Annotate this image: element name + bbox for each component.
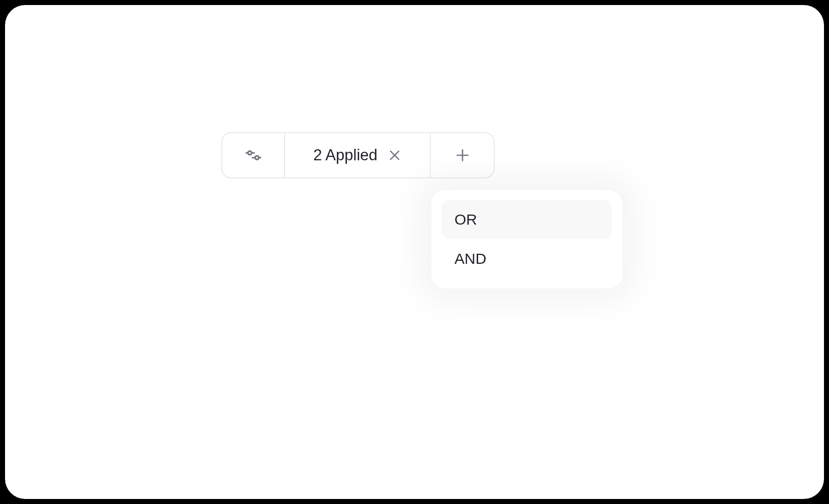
svg-point-3 [255,156,258,159]
filter-applied-chip[interactable]: 2 Applied [285,133,431,177]
dropdown-item-or[interactable]: OR [441,200,612,239]
dropdown-item-label: OR [454,211,477,228]
filter-applied-label: 2 Applied [313,146,378,164]
filter-settings-button[interactable] [222,133,285,177]
app-frame: 2 Applied OR AND [5,5,824,499]
dropdown-item-label: AND [454,250,486,267]
add-filter-button[interactable] [431,133,494,177]
logic-operator-dropdown: OR AND [431,190,622,288]
svg-point-1 [248,151,251,155]
filter-bar: 2 Applied [221,132,495,178]
plus-icon [454,147,471,163]
close-icon[interactable] [388,148,402,162]
sliders-icon [244,146,263,165]
dropdown-item-and[interactable]: AND [441,239,612,278]
